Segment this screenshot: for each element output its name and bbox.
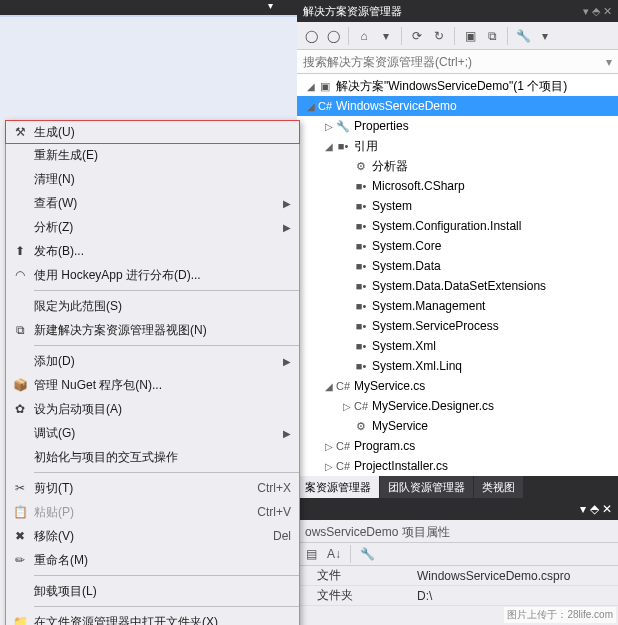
- tree-node-label: System.Configuration.Install: [372, 219, 521, 233]
- tree-node[interactable]: ■•System.Xml: [297, 336, 618, 356]
- properties-icon[interactable]: 🔧: [513, 26, 533, 46]
- menu-item[interactable]: 重新生成(E): [6, 143, 299, 167]
- alphabetical-icon[interactable]: A↓: [324, 544, 344, 564]
- properties-titlebar: ▾ ⬘ ✕: [297, 498, 618, 520]
- panel-window-buttons[interactable]: ▾ ⬘ ✕: [580, 502, 612, 516]
- menu-item[interactable]: 限定为此范围(S): [6, 294, 299, 318]
- editor-tabbar: ▾: [0, 0, 297, 15]
- panel-tab[interactable]: 案资源管理器: [297, 476, 379, 498]
- cs-icon: C#: [335, 458, 351, 474]
- tree-node[interactable]: ◢C#MyService.cs: [297, 376, 618, 396]
- menu-item[interactable]: ⬆发布(B)...: [6, 239, 299, 263]
- property-value[interactable]: WindowsServiceDemo.cspro: [417, 569, 618, 583]
- tree-node[interactable]: ⚙分析器: [297, 156, 618, 176]
- categorized-icon[interactable]: ▤: [301, 544, 321, 564]
- dll-icon: ■•: [353, 298, 369, 314]
- showall-icon[interactable]: ⧉: [482, 26, 502, 46]
- tree-node-label: 解决方案"WindowsServiceDemo"(1 个项目): [336, 78, 567, 95]
- tree-node[interactable]: ▷C#Program.cs: [297, 436, 618, 456]
- search-dropdown-icon[interactable]: ▾: [606, 55, 612, 69]
- collapse-icon[interactable]: ▣: [460, 26, 480, 46]
- expand-icon[interactable]: ◢: [323, 141, 335, 152]
- tree-node[interactable]: ◢C#WindowsServiceDemo: [297, 96, 618, 116]
- tree-node-label: System.Management: [372, 299, 485, 313]
- solution-explorer-titlebar: 解决方案资源管理器 ▾ ⬘ ✕: [297, 0, 618, 22]
- expand-icon[interactable]: ▷: [323, 121, 335, 132]
- menu-item[interactable]: ✖移除(V)Del: [6, 524, 299, 548]
- context-menu: ⚒生成(U)重新生成(E)清理(N)查看(W)▶分析(Z)▶⬆发布(B)...◠…: [5, 120, 300, 625]
- menu-item[interactable]: ✏重命名(M): [6, 548, 299, 572]
- tree-node-label: 分析器: [372, 158, 408, 175]
- tree-node[interactable]: ■•System.Data.DataSetExtensions: [297, 276, 618, 296]
- expand-icon[interactable]: ▷: [323, 441, 335, 452]
- tree-node[interactable]: ■•System.Management: [297, 296, 618, 316]
- menu-item[interactable]: 📦管理 NuGet 程序包(N)...: [6, 373, 299, 397]
- nav-back-icon[interactable]: ◯: [301, 26, 321, 46]
- tree-node[interactable]: ▷🔧Properties: [297, 116, 618, 136]
- toolbar-dropdown-icon[interactable]: ▾: [535, 26, 555, 46]
- menu-item-label: 清理(N): [34, 171, 291, 188]
- solution-explorer-toolbar: ◯ ◯ ⌂ ▾ ⟳ ↻ ▣ ⧉ 🔧 ▾: [297, 22, 618, 50]
- menu-item[interactable]: 📁在文件资源管理器中打开文件夹(X): [6, 610, 299, 625]
- tree-node-label: System.Data: [372, 259, 441, 273]
- tree-node[interactable]: ⚙MyService: [297, 416, 618, 436]
- menu-item[interactable]: ✿设为启动项目(A): [6, 397, 299, 421]
- menu-item[interactable]: ✂剪切(T)Ctrl+X: [6, 476, 299, 500]
- menu-item[interactable]: ⧉新建解决方案资源管理器视图(N): [6, 318, 299, 342]
- tree-node[interactable]: ▷C#MyService.Designer.cs: [297, 396, 618, 416]
- menu-item[interactable]: ◠使用 HockeyApp 进行分布(D)...: [6, 263, 299, 287]
- property-row[interactable]: 文件WindowsServiceDemo.cspro: [297, 566, 618, 586]
- tree-node[interactable]: ■•System.Core: [297, 236, 618, 256]
- panel-tab[interactable]: 团队资源管理器: [380, 476, 473, 498]
- tree-node[interactable]: ■•Microsoft.CSharp: [297, 176, 618, 196]
- menu-item-label: 重新生成(E): [34, 147, 291, 164]
- menu-item[interactable]: ⚒生成(U): [5, 120, 300, 144]
- property-row[interactable]: 文件夹D:\: [297, 586, 618, 606]
- cs-icon: C#: [335, 378, 351, 394]
- menu-separator: [34, 606, 299, 607]
- search-input[interactable]: [303, 55, 606, 69]
- menu-item[interactable]: 卸载项目(L): [6, 579, 299, 603]
- tree-node[interactable]: ■•System: [297, 196, 618, 216]
- dll-icon: ■•: [353, 338, 369, 354]
- tree-node-label: System.Core: [372, 239, 441, 253]
- solution-explorer-search[interactable]: ▾: [297, 50, 618, 74]
- menu-item[interactable]: 查看(W)▶: [6, 191, 299, 215]
- editor-dropdown-icon[interactable]: ▾: [268, 0, 273, 11]
- tree-node-label: MyService: [372, 419, 428, 433]
- home-icon[interactable]: ⌂: [354, 26, 374, 46]
- menu-item[interactable]: 📋粘贴(P)Ctrl+V: [6, 500, 299, 524]
- tree-node[interactable]: ◢■•引用: [297, 136, 618, 156]
- panel-tab[interactable]: 类视图: [474, 476, 523, 498]
- toolbar-dropdown-icon[interactable]: ▾: [376, 26, 396, 46]
- tree-node[interactable]: ■•System.Data: [297, 256, 618, 276]
- wrench-icon[interactable]: 🔧: [357, 544, 377, 564]
- tree-node[interactable]: ◢▣解决方案"WindowsServiceDemo"(1 个项目): [297, 76, 618, 96]
- solution-tree[interactable]: ◢▣解决方案"WindowsServiceDemo"(1 个项目)◢C#Wind…: [297, 74, 618, 476]
- expand-icon[interactable]: ◢: [305, 81, 317, 92]
- tree-node-label: Properties: [354, 119, 409, 133]
- menu-item[interactable]: 分析(Z)▶: [6, 215, 299, 239]
- menu-separator: [34, 472, 299, 473]
- tree-node[interactable]: ■•System.Configuration.Install: [297, 216, 618, 236]
- property-value[interactable]: D:\: [417, 589, 618, 603]
- menu-item[interactable]: 添加(D)▶: [6, 349, 299, 373]
- tree-node[interactable]: ■•System.Xml.Linq: [297, 356, 618, 376]
- sync-icon[interactable]: ⟳: [407, 26, 427, 46]
- tree-node[interactable]: ■•System.ServiceProcess: [297, 316, 618, 336]
- expand-icon[interactable]: ▷: [341, 401, 353, 412]
- expand-icon[interactable]: ◢: [323, 381, 335, 392]
- expand-icon[interactable]: ◢: [305, 101, 317, 112]
- menu-item-label: 调试(G): [34, 425, 277, 442]
- tree-node[interactable]: ▷C#ProjectInstaller.cs: [297, 456, 618, 476]
- menu-item[interactable]: 调试(G)▶: [6, 421, 299, 445]
- menu-item-label: 初始化与项目的交互式操作: [34, 449, 291, 466]
- menu-item[interactable]: 清理(N): [6, 167, 299, 191]
- refresh-icon[interactable]: ↻: [429, 26, 449, 46]
- dll-icon: ■•: [353, 218, 369, 234]
- expand-icon[interactable]: ▷: [323, 461, 335, 472]
- panel-window-buttons[interactable]: ▾ ⬘ ✕: [583, 5, 612, 18]
- nav-fwd-icon[interactable]: ◯: [323, 26, 343, 46]
- dll-icon: ■•: [353, 238, 369, 254]
- menu-item[interactable]: 初始化与项目的交互式操作: [6, 445, 299, 469]
